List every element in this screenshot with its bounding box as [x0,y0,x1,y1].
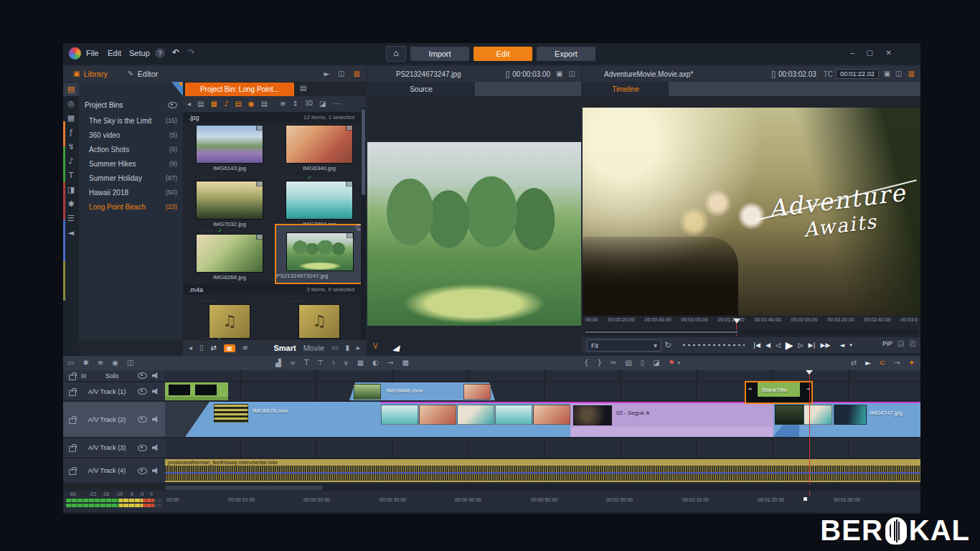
ruler-playhead-marker[interactable] [804,497,807,501]
usb-icon[interactable]: ▮ [345,344,349,352]
multicam-icon[interactable]: ▦ [357,359,364,367]
thumbnail[interactable]: ▤ [286,232,354,271]
media-item-selected[interactable]: ····· ⓘ ▤ PS21324673247.jpg [275,224,364,284]
media-item[interactable]: ····· ♫ jaymiegerard_theha... [187,297,273,340]
volume-icon[interactable]: ◄ [839,342,844,349]
clip-photo-sequence[interactable] [380,402,570,437]
bin-item[interactable]: Action Shots(6) [79,142,183,156]
nav-sound-icon[interactable]: ◄ [63,226,79,240]
maximize-button[interactable]: ▢ [867,49,873,57]
export-frame-icon[interactable]: → [387,359,393,367]
loop-icon[interactable]: ↻ [664,341,672,349]
trash-icon[interactable]: ▯ [641,359,645,367]
lock-icon[interactable] [69,418,76,424]
bin-item[interactable]: The Sky is the Limit(15) [79,113,183,128]
go-end-icon[interactable]: ▶▶ [820,342,830,349]
panel-layout-icon[interactable]: ▥ [354,70,360,77]
browser-scrollbar[interactable] [361,108,366,340]
next-page-icon[interactable]: ▸ [357,344,360,352]
preview-ruler[interactable]: 00:0000:00:20.00 00:00:40.0000:01:00.00 … [585,317,918,329]
track-header-1[interactable]: A/V Track (1) [63,382,165,400]
section-m4a[interactable]: .m4a 3 items, 0 selected [183,284,360,295]
lock-icon[interactable] [69,390,76,396]
minimize-button[interactable]: – [850,49,854,57]
tab-library[interactable]: ▣ Library [63,66,118,82]
tag-icon[interactable]: ◪ [319,100,326,108]
send-to-timeline-icon[interactable]: ► [865,359,871,367]
new-folder-icon[interactable]: ▤ [197,100,204,108]
mark-out-icon[interactable]: } [597,359,601,367]
media-item[interactable]: ····· ✓ ▤ IMG7884.jpg [276,174,362,227]
media-item[interactable]: ····· ♫ mikeschmid_seeyou... [276,297,362,340]
snapshot-icon[interactable]: ▣ [884,70,890,77]
thumbnail[interactable]: ▤ [196,234,263,273]
magic-icon[interactable]: ✦ [909,359,915,367]
thumbnail[interactable]: ▤ [196,181,263,220]
eye-icon[interactable] [138,468,147,474]
import-button[interactable]: Import [410,47,469,61]
copy-icon[interactable]: ◫ [127,359,133,367]
section-jpg[interactable]: .jpg 12 items, 1 selected [183,112,360,123]
speaker-icon[interactable] [152,467,159,474]
track-list-icon[interactable]: ▤ [81,373,87,379]
copy-view-icon[interactable]: ◫ [338,70,344,77]
pin-icon[interactable]: ► [324,70,329,77]
lock-icon[interactable] [69,375,76,380]
eye-icon[interactable] [138,416,147,423]
razor-icon[interactable]: ✂ [611,359,616,367]
transition-icon[interactable]: ◐ [372,359,379,367]
playhead-line[interactable] [809,370,810,485]
preview-playhead[interactable] [733,319,740,324]
split-view-icon[interactable]: ⇄ [851,359,857,367]
audio-scrub-icon[interactable]: → [894,359,900,367]
trash-icon[interactable]: ▯ [199,344,204,352]
zoom-fit-dropdown[interactable]: Fit▾ [587,339,661,352]
pip-grid-icon[interactable]: ◲ [897,340,904,347]
bin-item[interactable]: 360 video(5) [79,128,183,142]
menu-edit[interactable]: Edit [108,49,121,57]
nav-collections-icon[interactable]: ◎ [63,97,79,110]
step-forward-icon[interactable]: ▷ [798,342,804,349]
detach-icon[interactable]: ◫ [569,70,575,77]
grid-icon[interactable]: ▩ [402,359,408,367]
speaker-icon[interactable] [152,444,159,451]
bin-item[interactable]: Summer Holiday(87) [79,171,183,185]
clip-img4747[interactable]: IMG4747.jpg [832,402,920,437]
bin-item[interactable]: Summer Hikes(9) [79,156,183,171]
nav-transitions-icon[interactable]: ◨ [63,183,79,197]
home-button[interactable]: ⌂ [386,46,406,62]
lane-track-3[interactable] [165,438,920,457]
eye-icon[interactable] [138,388,147,395]
speaker-icon[interactable] [152,416,159,423]
nav-montage-icon[interactable]: ✱ [63,197,79,211]
card-icon[interactable]: ◪ [653,359,659,367]
export-button[interactable]: Export [537,47,595,61]
nav-effects-icon[interactable]: ƒ [63,126,79,139]
speaker-icon[interactable] [152,388,159,395]
track-header-3[interactable]: A/V Track (3) [63,438,165,457]
close-button[interactable]: ✕ [886,49,892,57]
media-item[interactable]: ▤ IMG6340.jpg [276,125,362,171]
preview-image[interactable]: Adventure Awaits [583,108,920,316]
refresh-icon[interactable]: ⇄ [211,344,217,352]
lock-icon[interactable] [69,469,76,475]
lane-track-4[interactable]: prestonleatherman_feelthisway instrument… [165,458,920,483]
storyboard-icon[interactable]: ▭ [67,359,74,367]
clip-with-transition[interactable] [773,402,832,437]
clip-blanktitle-selected[interactable]: ◄ ◄ BlankTitle [745,381,813,404]
levels-icon[interactable]: ▟ [275,359,281,367]
track-header-4[interactable]: A/V Track (4) [63,458,165,483]
bin-item[interactable]: Hawaii 2018(50) [79,185,183,199]
project-bin-tab[interactable]: Project Bin: Long Point... [185,83,294,96]
lane-track-1[interactable]: IMG9486.mov ◄ ◄ BlankTitle [165,382,920,400]
subtitle-icon[interactable]: ⊤ [317,359,324,367]
clip-title-group[interactable] [165,382,228,400]
eye-icon[interactable] [138,445,147,451]
audio-mixer-icon[interactable]: ◉ [112,359,118,367]
marker-icon[interactable]: ⚑ [669,359,675,367]
media-item[interactable]: ▤ IMG6143.jpg [187,125,273,171]
filter-photo-icon[interactable]: ▤ [235,100,241,108]
filter-project-icon[interactable]: ▤ [261,100,268,108]
chroma-icon[interactable]: ∨ [344,359,349,367]
nav-music-icon[interactable]: ♪ [63,154,79,168]
